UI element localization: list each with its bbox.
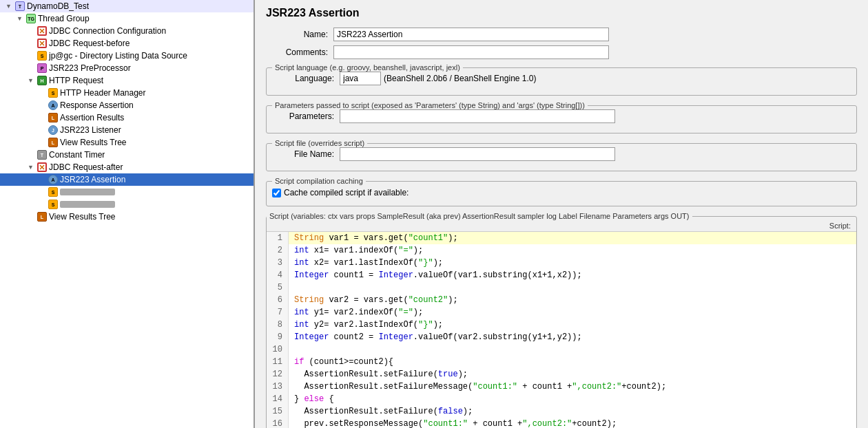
line-content-9[interactable]: Integer count2 = Integer.valueOf(var2.su… bbox=[289, 331, 582, 343]
tree-item-jdbc-request-before[interactable]: JDBC Request-before bbox=[0, 37, 254, 50]
line-content-6[interactable]: String var2 = vars.get("count2"); bbox=[289, 294, 458, 306]
tree-label-http-request: HTTP Request bbox=[49, 76, 103, 85]
tree-item-view-results-tree[interactable]: LView Results Tree bbox=[0, 136, 254, 149]
parameters-legend: Parameters passed to script (exposed as … bbox=[272, 101, 588, 109]
tree-item-jsr223-assertion[interactable]: AJSR223 Assertion bbox=[0, 173, 254, 186]
tree-label-dynamodb-test: DynamoDB_Test bbox=[27, 1, 89, 11]
tree-toggle-dynamodb-test[interactable]: ▼ bbox=[6, 3, 14, 10]
tree-toggle-jdbc-request-after[interactable]: ▼ bbox=[28, 164, 36, 171]
tree-icon-jsr223-assertion: A bbox=[48, 175, 58, 184]
line-number-14: 14 bbox=[267, 393, 289, 405]
tree-item-jdbc-request-after[interactable]: ▼JDBC Request-after bbox=[0, 161, 254, 173]
tree-label-jdbc-connection: JDBC Connection Configuration bbox=[49, 26, 166, 36]
parameters-section: Parameters passed to script (exposed as … bbox=[266, 101, 857, 133]
code-line-11: 11if (count1>=count2){ bbox=[267, 356, 856, 368]
name-input[interactable] bbox=[333, 28, 609, 41]
tree-item-jsr223-preprocessor[interactable]: PJSR223 PreProcessor bbox=[0, 62, 254, 74]
line-number-13: 13 bbox=[267, 381, 289, 393]
tree-item-jdbc-connection[interactable]: JDBC Connection Configuration bbox=[0, 25, 254, 37]
line-content-3[interactable]: int x2= var1.lastIndexOf("}"); bbox=[289, 257, 443, 269]
tree-icon-http-header: S bbox=[48, 88, 58, 98]
tree-icon-jp-gc: S bbox=[37, 51, 47, 61]
tree-item-view-results-tree-2[interactable]: LView Results Tree bbox=[0, 211, 254, 223]
tree-item-dynamodb-test[interactable]: ▼TDynamoDB_Test bbox=[0, 0, 254, 12]
tree-panel: ▼TDynamoDB_Test▼TGThread GroupJDBC Conne… bbox=[0, 0, 255, 428]
line-number-5: 5 bbox=[267, 281, 289, 294]
tree-item-jp-gc[interactable]: Sjp@gc - Directory Listing Data Source bbox=[0, 50, 254, 62]
line-content-13[interactable]: AssertionResult.setFailureMessage("count… bbox=[289, 381, 666, 393]
parameters-input[interactable] bbox=[340, 109, 615, 123]
line-content-12[interactable]: AssertionResult.setFailure(true); bbox=[289, 368, 468, 381]
tree-item-unknown1[interactable]: S bbox=[0, 186, 254, 198]
line-content-4[interactable]: Integer count1 = Integer.valueOf(var1.su… bbox=[289, 269, 582, 281]
tree-label-jsr223-preprocessor: JSR223 PreProcessor bbox=[49, 63, 131, 73]
line-content-7[interactable]: int y1= var2.indexOf("="); bbox=[289, 306, 423, 319]
cache-checkbox[interactable] bbox=[272, 189, 281, 197]
script-language-legend: Script language (e.g. groovy, beanshell,… bbox=[272, 63, 463, 72]
script-section: Script (variables: ctx vars props Sample… bbox=[266, 212, 857, 428]
tree-label-jp-gc: jp@gc - Directory Listing Data Source bbox=[49, 51, 187, 61]
code-line-5: 5 bbox=[267, 281, 856, 294]
line-content-5[interactable] bbox=[289, 281, 294, 294]
right-panel: JSR223 Assertion Name: Comments: Script … bbox=[255, 0, 868, 428]
tree-label-assertion-results: Assertion Results bbox=[60, 113, 124, 122]
tree-item-thread-group[interactable]: ▼TGThread Group bbox=[0, 12, 254, 25]
tree-icon-view-results-tree: L bbox=[48, 138, 58, 147]
tree-toggle-thread-group[interactable]: ▼ bbox=[17, 15, 25, 22]
tree-item-unknown2[interactable]: S bbox=[0, 198, 254, 211]
tree-item-http-header[interactable]: SHTTP Header Manager bbox=[0, 87, 254, 99]
code-line-7: 7int y1= var2.indexOf("="); bbox=[267, 306, 856, 319]
tree-label-jdbc-request-before: JDBC Request-before bbox=[49, 39, 130, 48]
tree-item-assertion-results[interactable]: LAssertion Results bbox=[0, 111, 254, 124]
tree-icon-jdbc-request-after bbox=[37, 162, 47, 172]
line-content-14[interactable]: } else { bbox=[289, 393, 334, 405]
script-file-section: Script file (overrides script) File Name… bbox=[266, 139, 857, 171]
name-label: Name: bbox=[266, 30, 328, 39]
language-label: Language: bbox=[272, 74, 334, 83]
tree-icon-response-assertion: A bbox=[48, 100, 58, 110]
tree-label-view-results-tree: View Results Tree bbox=[60, 138, 127, 147]
comments-label: Comments: bbox=[266, 47, 328, 57]
line-number-3: 3 bbox=[267, 257, 289, 269]
tree-icon-http-request: H bbox=[37, 76, 47, 85]
script-section-legend: Script (variables: ctx vars props Sample… bbox=[267, 212, 692, 220]
file-name-input[interactable] bbox=[340, 147, 615, 161]
tree-icon-jdbc-connection bbox=[37, 26, 47, 36]
caching-legend: Script compilation caching bbox=[272, 177, 366, 185]
line-content-15[interactable]: AssertionResult.setFailure(false); bbox=[289, 405, 473, 418]
code-line-15: 15 AssertionResult.setFailure(false); bbox=[267, 405, 856, 418]
line-content-16[interactable]: prev.setResponseMessage("count1:" + coun… bbox=[289, 418, 617, 428]
code-line-8: 8int y2= var2.lastIndexOf("}"); bbox=[267, 319, 856, 331]
code-line-10: 10 bbox=[267, 343, 856, 356]
tree-icon-view-results-tree-2: L bbox=[37, 212, 47, 222]
line-content-2[interactable]: int x1= var1.indexOf("="); bbox=[289, 244, 423, 257]
code-area[interactable]: 1String var1 = vars.get("count1");2int x… bbox=[267, 232, 856, 428]
tree-item-response-assertion[interactable]: AResponse Assertion bbox=[0, 99, 254, 111]
tree-toggle-http-request[interactable]: ▼ bbox=[28, 77, 36, 84]
code-line-12: 12 AssertionResult.setFailure(true); bbox=[267, 368, 856, 381]
line-number-1: 1 bbox=[267, 232, 289, 244]
line-number-12: 12 bbox=[267, 368, 289, 381]
script-language-section: Script language (e.g. groovy, beanshell,… bbox=[266, 63, 857, 96]
tree-icon-jsr223-listener: J bbox=[48, 125, 58, 135]
tree-icon-thread-group: TG bbox=[26, 14, 36, 23]
line-content-1[interactable]: String var1 = vars.get("count1"); bbox=[289, 232, 458, 244]
tree-icon-dynamodb-test: T bbox=[15, 1, 25, 11]
line-content-8[interactable]: int y2= var2.lastIndexOf("}"); bbox=[289, 319, 443, 331]
tree-label-http-header: HTTP Header Manager bbox=[60, 88, 146, 98]
tree-label-response-assertion: Response Assertion bbox=[60, 100, 134, 110]
tree-icon-unknown2: S bbox=[48, 200, 58, 209]
comments-input[interactable] bbox=[333, 45, 609, 59]
code-line-2: 2int x1= var1.indexOf("="); bbox=[267, 244, 856, 257]
tree-item-constant-timer[interactable]: TConstant Timer bbox=[0, 149, 254, 161]
line-content-10[interactable] bbox=[289, 343, 294, 356]
tree-icon-assertion-results: L bbox=[48, 113, 58, 122]
tree-label-constant-timer: Constant Timer bbox=[49, 150, 105, 160]
panel-title: JSR223 Assertion bbox=[266, 7, 857, 19]
line-content-11[interactable]: if (count1>=count2){ bbox=[289, 356, 393, 368]
parameters-label: Parameters: bbox=[272, 111, 334, 121]
tree-item-jsr223-listener[interactable]: JJSR223 Listener bbox=[0, 124, 254, 136]
line-number-4: 4 bbox=[267, 269, 289, 281]
tree-item-http-request[interactable]: ▼HHTTP Request bbox=[0, 74, 254, 87]
language-input[interactable] bbox=[340, 72, 381, 85]
